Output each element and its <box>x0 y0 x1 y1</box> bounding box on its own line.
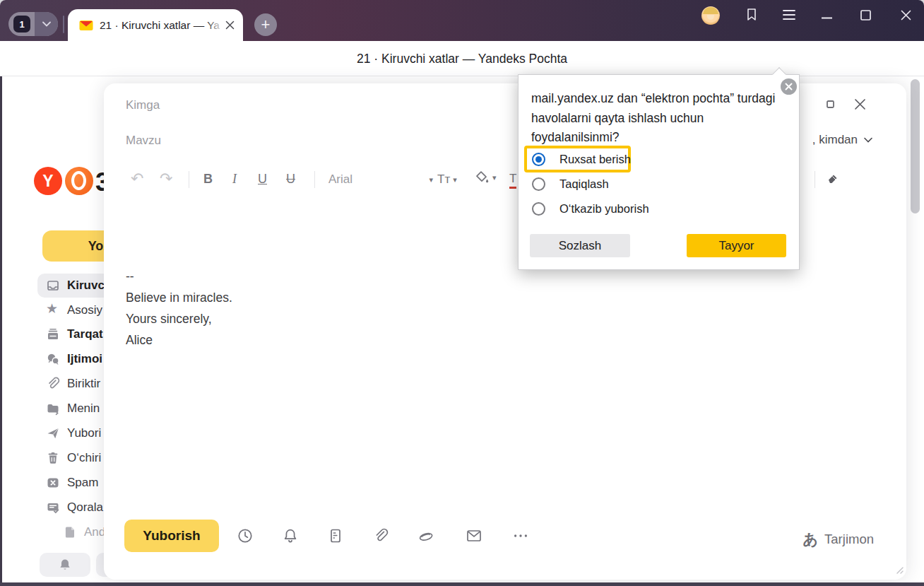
font-size-value: Tт <box>437 172 450 187</box>
window-close-icon[interactable] <box>901 10 911 20</box>
signature-line: Yours sincerely, <box>126 308 232 329</box>
attach-paperclip-icon[interactable] <box>372 527 389 544</box>
template-note-icon[interactable] <box>327 527 344 544</box>
avatar-hair <box>703 7 718 14</box>
format-divider <box>189 171 189 188</box>
paper-plane-icon <box>46 426 60 440</box>
send-button[interactable]: Yuborish <box>124 520 219 552</box>
undo-icon[interactable]: ↶ <box>131 170 143 188</box>
window-bottom-edge <box>0 582 924 586</box>
reminder-bell-icon[interactable] <box>282 527 299 544</box>
sidebar-label: Ijtimoi <box>67 352 102 366</box>
trash-icon <box>46 451 60 465</box>
window-minimize-icon[interactable] <box>822 17 832 19</box>
new-tab-button[interactable]: + <box>254 13 277 36</box>
sidebar-label: Biriktir <box>67 377 100 391</box>
from-selector[interactable]: , kimdan <box>812 133 872 147</box>
document-icon <box>63 525 77 539</box>
sidebar-label: Tarqat <box>67 327 103 341</box>
from-label: , kimdan <box>812 133 858 147</box>
settings-button[interactable]: Sozlash <box>530 234 630 257</box>
font-family-value: Arial <box>328 172 353 187</box>
done-button[interactable]: Tayyor <box>687 234 786 257</box>
subject-field[interactable]: Mavzu <box>126 134 161 148</box>
radio-option-skip[interactable]: O‘tkazib yuborish <box>532 202 649 216</box>
signature-line: Alice <box>126 329 232 351</box>
radio-option-block[interactable]: Taqiqlash <box>532 177 609 191</box>
radio-unselected-icon[interactable] <box>532 177 545 191</box>
bell-icon <box>58 558 72 572</box>
avatar-face <box>707 15 714 20</box>
signature-separator: -- <box>126 266 232 287</box>
profile-avatar[interactable] <box>701 6 720 25</box>
star-icon: ★ <box>46 302 60 316</box>
chevron-down-icon <box>42 21 51 27</box>
compose-close-icon[interactable] <box>854 98 866 110</box>
tab-title: 21 · Kiruvchi xatlar — Ya <box>100 19 220 31</box>
signature-line: Believe in miracles. <box>126 287 232 308</box>
to-field[interactable]: Kimga <box>126 98 160 112</box>
italic-button[interactable]: I <box>232 172 237 187</box>
message-body[interactable]: -- Believe in miracles. Yours sincerely,… <box>126 266 232 351</box>
chrome-divider <box>63 16 64 33</box>
radio-label: O‘tkazib yuborish <box>559 202 649 216</box>
browser-toolbar: ← Я ↻ mail.yandex.uz <box>0 41 924 76</box>
done-label: Tayyor <box>718 239 754 253</box>
drafts-icon <box>46 500 60 515</box>
strikethrough-button[interactable]: U <box>286 172 295 187</box>
window-maximize-icon[interactable] <box>860 10 871 20</box>
inbox-icon <box>46 279 60 293</box>
notifications-button[interactable] <box>40 553 90 577</box>
protocol-handler-dialog: mail.yandex.uz dan “elektron pochta” tur… <box>518 74 800 270</box>
menu-hamburger-icon[interactable] <box>783 9 795 20</box>
tab-group-chevron[interactable] <box>35 12 58 36</box>
fill-color-button[interactable]: ▾ <box>474 170 497 185</box>
tab-close-icon[interactable] <box>225 20 235 30</box>
sidebar-label: Kiruvc <box>67 279 105 293</box>
radio-unselected-icon[interactable] <box>532 202 545 216</box>
redo-icon[interactable]: ↷ <box>160 170 172 188</box>
bold-button[interactable]: B <box>203 172 213 187</box>
paperclip-icon <box>46 377 60 391</box>
social-chats-icon <box>46 352 60 366</box>
sidebar-label: Yubori <box>67 426 101 440</box>
tab-group-pill[interactable]: 1 <box>8 12 58 36</box>
radio-label: Ruxsat berish <box>559 153 631 166</box>
sidebar-label: And <box>84 525 105 539</box>
resize-corner-icon[interactable] <box>895 566 904 574</box>
logo-o-ring <box>71 171 86 190</box>
underline-button[interactable]: U <box>258 172 267 187</box>
tab-title-fade <box>206 19 224 32</box>
collections-bookmark-icon[interactable] <box>743 7 760 23</box>
compose-restore-icon[interactable] <box>827 100 834 108</box>
sidebar-label: Menin <box>67 402 100 416</box>
yandex-disk-icon[interactable] <box>417 527 434 544</box>
paint-bucket-icon <box>474 170 490 185</box>
envelope-icon[interactable] <box>466 527 482 544</box>
translator-label: Tarjimon <box>824 532 874 547</box>
clear-formatting-eraser-icon[interactable] <box>824 170 840 185</box>
chevron-down-icon: ▾ <box>429 175 433 184</box>
chevron-down-icon: ▾ <box>492 173 497 182</box>
translator-button[interactable]: あ Tarjimon <box>803 529 874 549</box>
dialog-message: mail.yandex.uz dan “elektron pochta” tur… <box>531 89 780 148</box>
logo-y-glyph: Y <box>42 172 53 191</box>
active-tab[interactable]: 21 · Kiruvchi xatlar — Ya <box>68 9 243 41</box>
font-family-select[interactable]: Arial ▾ <box>328 172 433 187</box>
page-scrollbar[interactable] <box>911 79 920 213</box>
radio-selected-icon[interactable] <box>532 153 545 166</box>
close-icon <box>785 83 793 90</box>
radio-option-allow[interactable]: Ruxsat berish <box>532 153 631 166</box>
dialog-close-button[interactable] <box>781 78 797 95</box>
yandex-360-logo-y[interactable]: Y <box>34 167 62 195</box>
font-size-select[interactable]: Tт ▾ <box>437 172 457 187</box>
settings-label: Sozlash <box>559 239 601 253</box>
text-color-button[interactable]: T <box>509 172 516 189</box>
sidebar-label: O‘chiri <box>67 451 101 465</box>
more-options-icon[interactable] <box>512 527 529 544</box>
yandex-mail-favicon <box>79 20 93 31</box>
schedule-send-clock-icon[interactable] <box>237 527 254 544</box>
spam-icon <box>46 476 60 490</box>
format-divider <box>314 171 315 188</box>
tab-title-wrap: 21 · Kiruvchi xatlar — Ya <box>100 19 224 32</box>
